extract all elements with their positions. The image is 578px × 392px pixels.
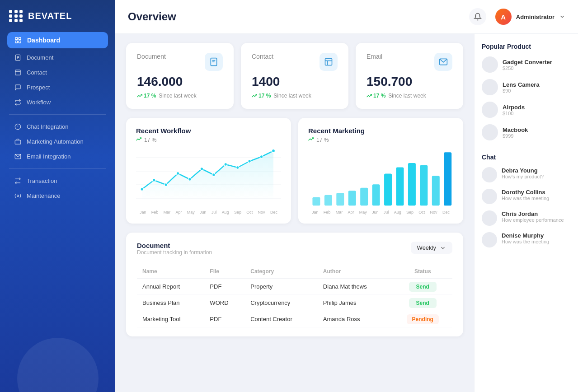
product-name: Lens Camera xyxy=(503,81,540,88)
doc-table-subtitle: Document tracking in formation xyxy=(137,249,212,256)
sidebar-item-label: Maintenance xyxy=(27,192,60,199)
svg-rect-46 xyxy=(372,184,380,205)
sidebar-item-document[interactable]: Document xyxy=(0,50,115,65)
document-table: Name File Category Author Status Annual … xyxy=(137,265,452,327)
sidebar-item-email-integration[interactable]: Email Integration xyxy=(0,149,115,164)
svg-point-34 xyxy=(200,168,203,171)
sidebar-item-marketing-automation[interactable]: Marketing Automation xyxy=(0,134,115,149)
cell-name: Business Plan xyxy=(137,295,204,311)
svg-rect-1 xyxy=(19,37,21,40)
admin-name: Administrator xyxy=(516,14,555,20)
svg-point-40 xyxy=(272,149,275,153)
svg-point-31 xyxy=(164,183,168,187)
popular-product-title: Popular Product xyxy=(482,43,571,50)
stat-footer: 17 % Since last week xyxy=(137,93,223,99)
chat-name: Denise Murphy xyxy=(502,232,549,239)
sidebar-item-label: Contact xyxy=(27,69,47,76)
admin-menu-button[interactable]: A Administrator xyxy=(495,9,565,25)
doc-table-header: Document Document tracking in formation … xyxy=(137,242,452,263)
chat-item[interactable]: Debra Young How's my product? xyxy=(482,167,571,182)
chat-title: Chat xyxy=(482,154,571,161)
nav-divider-2 xyxy=(9,168,106,169)
svg-rect-42 xyxy=(324,195,332,206)
chat-icon xyxy=(14,123,21,130)
notification-button[interactable] xyxy=(469,8,486,25)
header: Overview A Administrator xyxy=(115,0,578,34)
cell-category: Cryptocurrency xyxy=(245,295,318,311)
cell-status: Pending xyxy=(393,311,452,327)
sidebar-item-label: Document xyxy=(27,54,53,61)
col-name: Name xyxy=(137,265,204,279)
product-item: Gadget Converter $250 xyxy=(482,56,571,73)
main-area: Overview A Administrator Document xyxy=(115,0,578,392)
svg-rect-13 xyxy=(15,140,21,144)
workflow-chart-card: Recent Workflow 17 % xyxy=(126,118,291,224)
sidebar-item-transaction[interactable]: Transaction xyxy=(0,173,115,188)
chat-item[interactable]: Dorothy Collins How was the meeting xyxy=(482,189,571,204)
email-icon xyxy=(14,153,21,160)
svg-rect-45 xyxy=(360,188,368,206)
cell-author: Amanda Ross xyxy=(318,311,393,327)
sidebar-item-chat-integration[interactable]: Chat Integration xyxy=(0,119,115,134)
product-name: Airpods xyxy=(503,104,525,111)
chat-item[interactable]: Chris Jordan How employee performance xyxy=(482,210,571,226)
chat-name: Dorothy Collins xyxy=(502,189,549,196)
contact-icon xyxy=(14,69,21,76)
header-actions: A Administrator xyxy=(469,8,565,25)
table-row: Marketing Tool PDF Content Creator Amand… xyxy=(137,311,452,327)
sidebar-decorative-circle xyxy=(17,338,99,392)
chat-item[interactable]: Denise Murphy How was the meeting xyxy=(482,232,571,247)
stat-card-title: Contact xyxy=(252,53,273,60)
svg-rect-2 xyxy=(15,41,18,43)
svg-point-38 xyxy=(248,160,251,163)
stat-percent: 17 % xyxy=(137,93,156,99)
stat-footer: 17 % Since last week xyxy=(252,93,338,99)
cell-status: Send xyxy=(393,295,452,311)
svg-point-33 xyxy=(188,178,192,181)
product-avatar xyxy=(482,124,498,140)
logo-area: BEVATEL xyxy=(0,0,115,30)
svg-rect-8 xyxy=(15,70,20,75)
workflow-chart-title: Recent Workflow xyxy=(136,127,281,135)
stat-value: 150.700 xyxy=(367,75,452,89)
cell-file: PDF xyxy=(204,279,245,295)
content-area: Document 146.000 17 % Since last week xyxy=(115,34,578,392)
stat-card-document: Document 146.000 17 % Since last week xyxy=(126,43,234,109)
product-price: $250 xyxy=(503,65,552,71)
sidebar-item-contact[interactable]: Contact xyxy=(0,65,115,80)
chat-avatar xyxy=(482,210,497,226)
status-badge: Send xyxy=(409,282,437,292)
svg-point-37 xyxy=(236,166,239,169)
product-name: Gadget Converter xyxy=(503,59,552,65)
weekly-filter-button[interactable]: Weekly xyxy=(411,242,452,254)
sidebar-item-workflow[interactable]: Workflow xyxy=(0,95,115,110)
chevron-down-icon xyxy=(559,14,565,20)
stat-card-title: Document xyxy=(137,53,166,60)
sidebar-item-label: Email Integration xyxy=(27,153,71,160)
chat-list: Debra Young How's my product? Dorothy Co… xyxy=(482,167,571,247)
cell-category: Property xyxy=(245,279,318,295)
sidebar-item-maintenance[interactable]: Maintenance xyxy=(0,188,115,203)
sidebar-item-prospect[interactable]: Prospect xyxy=(0,80,115,95)
sidebar-item-label: Chat Integration xyxy=(27,123,69,130)
svg-rect-49 xyxy=(408,163,416,205)
product-price: $90 xyxy=(503,88,540,93)
svg-rect-52 xyxy=(444,152,451,205)
page-title: Overview xyxy=(128,10,176,23)
product-price: $100 xyxy=(503,111,525,116)
avatar: A xyxy=(495,9,512,25)
marketing-months: Jan Feb Mar Apr May Jun Jul Aug Sep Oct … xyxy=(308,210,453,215)
stat-card-title: Email xyxy=(367,53,382,60)
product-avatar xyxy=(482,79,498,95)
chat-message: How employee performance xyxy=(502,217,564,223)
sidebar-item-dashboard[interactable]: Dashboard xyxy=(7,32,108,48)
product-item: Lens Camera $90 xyxy=(482,79,571,95)
stat-percent: 17 % xyxy=(252,93,271,99)
logo-icon xyxy=(9,10,23,22)
maintenance-icon xyxy=(14,192,21,199)
product-avatar xyxy=(482,56,498,73)
sidebar-divider xyxy=(482,147,571,147)
svg-point-36 xyxy=(224,163,227,166)
col-category: Category xyxy=(245,265,318,279)
svg-point-30 xyxy=(152,179,155,182)
